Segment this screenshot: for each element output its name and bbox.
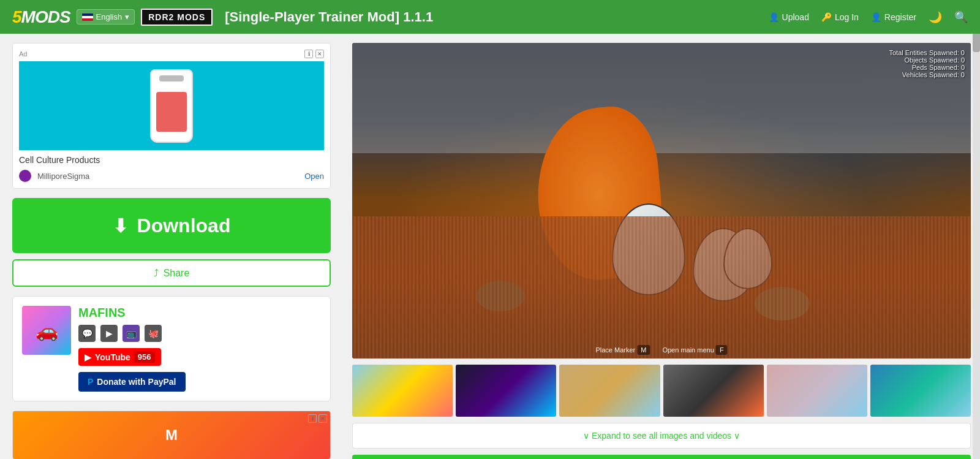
main-screenshot[interactable]: Total Entities Spawned: 0 Objects Spawne… [352, 43, 971, 358]
share-button[interactable]: ⤴ Share [12, 259, 331, 287]
flag-icon [82, 13, 93, 21]
login-button[interactable]: 🔑 Log In [821, 12, 859, 22]
bottom-advertisement: M ℹ ✕ [12, 411, 331, 459]
upload-button[interactable]: 👤 Upload [769, 12, 809, 22]
author-twitch-icon[interactable]: 📺 [123, 325, 140, 342]
paypal-label: Donate with PayPal [97, 377, 176, 387]
main-layout: Ad ℹ ✕ Cell Culture Products MilliporeSi… [0, 34, 980, 459]
search-icon[interactable]: 🔍 [954, 10, 968, 24]
ad-open-button[interactable]: Open [304, 172, 324, 181]
site-logo[interactable]: 5MODS [12, 7, 70, 27]
login-icon: 🔑 [821, 12, 832, 22]
dark-mode-toggle[interactable]: 🌙 [929, 10, 942, 24]
ad-product-image [150, 69, 193, 143]
page-title: [Single-Player Trainer Mod] 1.1.1 [213, 9, 768, 25]
bottom-ad-controls: ℹ ✕ [308, 414, 327, 423]
youtube-play-icon: ▶ [85, 352, 91, 362]
download-icon: ⬇ [113, 215, 128, 237]
ad-product-name: Cell Culture Products [19, 155, 324, 165]
hud-objects: Objects Spawned: 0 [889, 56, 965, 64]
game-screenshot-image: Total Entities Spawned: 0 Objects Spawne… [352, 43, 971, 358]
header: 5MODS English ▾ RDR2 MODS [Single-Player… [0, 0, 980, 34]
bottom-ad-image: M [13, 411, 330, 459]
register-button[interactable]: 👤 Register [871, 12, 916, 22]
language-label: English [96, 12, 123, 21]
header-nav: 👤 Upload 🔑 Log In 👤 Register 🌙 🔍 [769, 10, 968, 24]
upload-icon: 👤 [769, 12, 779, 22]
logo-area: 5MODS English ▾ RDR2 MODS [12, 7, 213, 27]
ad-liquid [156, 92, 187, 132]
bottom-ad-info-button[interactable]: ℹ [308, 414, 317, 423]
open-menu-key: F [716, 345, 728, 355]
author-info: MAFINS 💬 ▶ 📺 🐙 ▶ YouTube 956 P Don [78, 306, 321, 392]
expand-images-button[interactable]: ∨ Expand to see all images and videos ∨ [352, 423, 971, 449]
author-inner: 🚗 MAFINS 💬 ▶ 📺 🐙 ▶ YouTube 956 [22, 306, 321, 392]
youtube-label: YouTube [95, 352, 130, 362]
hud-peds: Peds Spawned: 0 [889, 64, 965, 71]
thumbnail-6[interactable] [870, 365, 971, 417]
chevron-down-icon: ▾ [125, 12, 129, 21]
thumbnail-3[interactable] [559, 365, 660, 417]
thumbnail-5[interactable] [767, 365, 867, 417]
ad-info-button[interactable]: ℹ [304, 50, 313, 58]
scrollbar[interactable] [973, 0, 980, 459]
share-icon: ⤴ [154, 268, 159, 279]
author-social-icons: 💬 ▶ 📺 🐙 [78, 325, 321, 342]
ad-image [19, 61, 324, 150]
ad-close-button[interactable]: ✕ [315, 50, 324, 58]
ad-brand-logo [19, 170, 31, 182]
author-name[interactable]: MAFINS [78, 306, 321, 320]
rdr2-mods-logo[interactable]: RDR2 MODS [141, 9, 213, 26]
thumbnail-4[interactable] [663, 365, 764, 417]
author-card: 🚗 MAFINS 💬 ▶ 📺 🐙 ▶ YouTube 956 [12, 296, 331, 401]
paypal-icon: P [88, 377, 93, 387]
hud-entities: Total Entities Spawned: 0 [889, 49, 965, 56]
author-chat-icon[interactable]: 💬 [78, 325, 96, 342]
stadium-seats [352, 216, 971, 358]
bottom-ad-close-button[interactable]: ✕ [318, 414, 327, 423]
green-bottom-bar [352, 455, 971, 459]
youtube-badge[interactable]: ▶ YouTube 956 [78, 348, 161, 366]
bottom-hud: Place Marker M Open main menu F [595, 346, 727, 354]
open-menu-label: Open main menu F [662, 346, 727, 354]
youtube-subscriber-count: 956 [134, 351, 155, 363]
language-selector[interactable]: English ▾ [77, 9, 135, 25]
hud-overlay: Total Entities Spawned: 0 Objects Spawne… [889, 49, 965, 78]
author-youtube-icon[interactable]: ▶ [100, 325, 118, 342]
register-icon: 👤 [871, 12, 881, 22]
ad-brand-row: MilliporeSigma Open [19, 170, 324, 182]
author-avatar-image: 🚗 [22, 306, 71, 355]
motorola-logo: M [165, 427, 178, 444]
left-sidebar: Ad ℹ ✕ Cell Culture Products MilliporeSi… [0, 34, 343, 459]
ad-label: Ad [19, 50, 27, 58]
place-marker-label: Place Marker M [595, 346, 650, 354]
author-github-icon[interactable]: 🐙 [145, 325, 162, 342]
place-marker-key: M [637, 345, 650, 355]
advertisement-box: Ad ℹ ✕ Cell Culture Products MilliporeSi… [12, 43, 331, 189]
thumbnail-2[interactable] [456, 365, 556, 417]
thumbnail-1[interactable] [352, 365, 453, 417]
download-button[interactable]: ⬇ Download [12, 198, 331, 253]
expand-label: ∨ Expand to see all images and videos ∨ [583, 431, 740, 441]
author-avatar[interactable]: 🚗 [22, 306, 71, 355]
paypal-donate-button[interactable]: P Donate with PayPal [78, 372, 186, 392]
thumbnails-row [352, 365, 971, 417]
ad-label-row: Ad ℹ ✕ [19, 50, 324, 58]
ad-controls: ℹ ✕ [304, 50, 324, 58]
stadium-roof [352, 43, 971, 153]
ad-brand-name: MilliporeSigma [37, 172, 89, 181]
right-content: Total Entities Spawned: 0 Objects Spawne… [343, 34, 980, 459]
hud-vehicles: Vehicles Spawned: 0 [889, 71, 965, 78]
